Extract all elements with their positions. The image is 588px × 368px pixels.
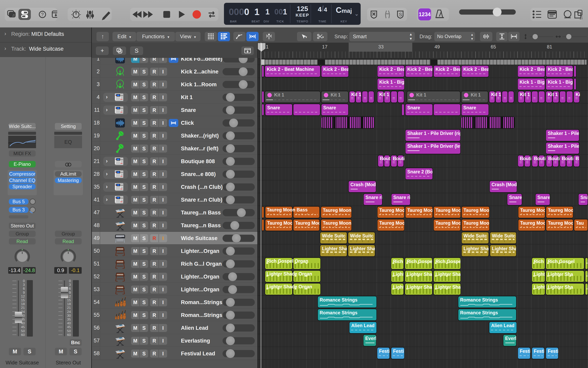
svg-text:15: 15: [67, 298, 71, 302]
svg-text:0: 0: [69, 279, 71, 283]
svg-text:?: ?: [41, 12, 44, 17]
svg-text:3: 3: [23, 283, 25, 287]
svg-text:45: 45: [67, 325, 71, 329]
svg-text:50: 50: [67, 329, 71, 333]
svg-text:21: 21: [67, 306, 71, 310]
svg-text:▾: ▾: [305, 36, 307, 39]
svg-text:0: 0: [23, 279, 25, 283]
svg-text:35: 35: [67, 318, 71, 321]
svg-text:60: 60: [21, 333, 25, 337]
svg-text:18: 18: [21, 302, 25, 306]
svg-text:60: 60: [67, 333, 71, 337]
svg-text:▾: ▾: [322, 36, 324, 39]
svg-text:♫: ♫: [12, 13, 15, 17]
svg-text:9: 9: [69, 291, 71, 294]
svg-text:6: 6: [23, 287, 25, 291]
svg-text:15: 15: [21, 298, 25, 302]
svg-text:21: 21: [21, 306, 25, 310]
svg-text:18: 18: [67, 302, 71, 306]
svg-text:30: 30: [67, 314, 71, 318]
svg-text:45: 45: [21, 325, 25, 329]
svg-text:12: 12: [21, 294, 25, 298]
svg-text:24: 24: [67, 310, 71, 314]
svg-text:3: 3: [69, 283, 71, 287]
svg-text:50: 50: [21, 329, 25, 333]
svg-text:S: S: [399, 12, 402, 17]
svg-text:6: 6: [69, 287, 71, 291]
svg-text:♫: ♫: [579, 15, 583, 21]
svg-text:9: 9: [23, 291, 25, 294]
svg-text:40: 40: [67, 321, 71, 325]
